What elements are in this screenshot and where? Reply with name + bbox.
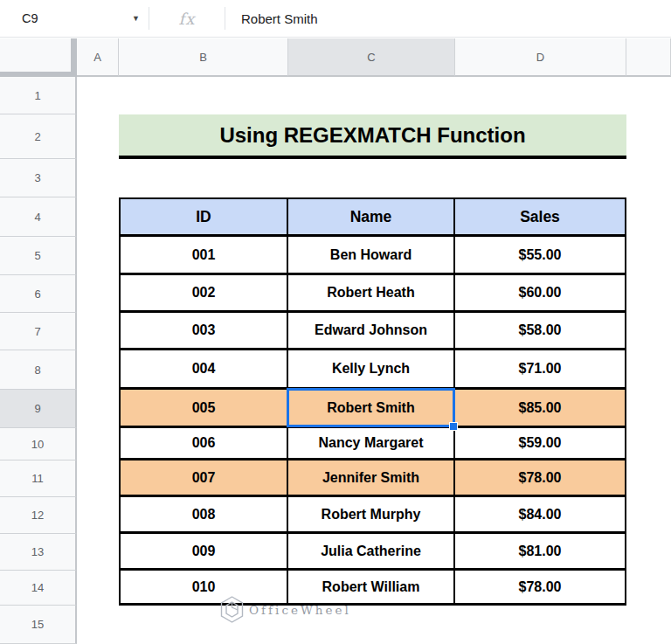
table-row[interactable]: 003	[119, 313, 288, 350]
table-row[interactable]: $85.00	[455, 390, 626, 428]
row-header-14[interactable]: 14	[0, 571, 77, 606]
name-box-dropdown-icon[interactable]: ▼	[132, 14, 140, 23]
fill-handle[interactable]	[449, 422, 458, 431]
spreadsheet-app: C9 ▼ fx Robert Smith ABCD123456789101112…	[0, 0, 671, 644]
row-header-11[interactable]: 11	[0, 460, 77, 497]
cell-reference: C9	[22, 11, 38, 25]
row-header-5[interactable]: 5	[0, 237, 77, 275]
table-row[interactable]: $78.00	[455, 460, 626, 497]
formula-input[interactable]: Robert Smith	[225, 11, 671, 26]
watermark-label: OfficeWheel	[249, 603, 351, 617]
formula-bar: C9 ▼ fx Robert Smith	[0, 0, 671, 38]
table-row[interactable]: 008	[119, 497, 288, 534]
watermark: OfficeWheel	[220, 596, 351, 623]
table-row[interactable]: 004	[119, 350, 288, 390]
table-header-name[interactable]: Name	[288, 197, 455, 237]
column-header-partial[interactable]	[626, 38, 671, 77]
row-header-15[interactable]: 15	[0, 606, 77, 644]
table-row[interactable]: $55.00	[455, 237, 626, 275]
table-row[interactable]: 009	[119, 534, 288, 571]
table-row[interactable]: Robert Murphy	[288, 497, 455, 534]
table-row[interactable]: Edward Johnson	[288, 313, 455, 350]
column-header-C[interactable]: C	[288, 38, 455, 77]
selected-cell[interactable]: Robert Smith	[288, 390, 455, 428]
table-row[interactable]: $60.00	[455, 275, 626, 313]
table-row[interactable]: $58.00	[455, 313, 626, 350]
row-header-12[interactable]: 12	[0, 497, 77, 534]
table-row[interactable]: Ben Howard	[288, 237, 455, 275]
row-header-4[interactable]: 4	[0, 197, 77, 237]
row-header-7[interactable]: 7	[0, 313, 77, 350]
name-box[interactable]: C9 ▼	[0, 0, 149, 37]
table-row[interactable]: 001	[119, 237, 288, 275]
table-row[interactable]: Kelly Lynch	[288, 350, 455, 390]
row-header-1[interactable]: 1	[0, 77, 77, 114]
title-banner[interactable]: Using REGEXMATCH Function	[119, 114, 626, 159]
table-row[interactable]: Robert Heath	[288, 275, 455, 313]
table-row[interactable]: 007	[119, 460, 288, 497]
table-row[interactable]: 006	[119, 428, 288, 460]
table-row[interactable]: $59.00	[455, 428, 626, 460]
table-row[interactable]: 005	[119, 390, 288, 428]
row-header-2[interactable]: 2	[0, 114, 77, 159]
table-row[interactable]: Julia Catherine	[288, 534, 455, 571]
row-header-9[interactable]: 9	[0, 390, 77, 428]
column-header-D[interactable]: D	[455, 38, 626, 77]
column-header-B[interactable]: B	[119, 38, 288, 77]
fx-icon: fx	[149, 10, 225, 28]
officewheel-logo-icon	[220, 596, 244, 623]
table-row[interactable]: 002	[119, 275, 288, 313]
column-header-A[interactable]: A	[77, 38, 119, 77]
selection-border	[287, 388, 455, 427]
table-row[interactable]: $78.00	[455, 571, 626, 606]
sheet-grid[interactable]: ABCD123456789101112131415Using REGEXMATC…	[0, 38, 671, 644]
table-row[interactable]: $84.00	[455, 497, 626, 534]
row-header-3[interactable]: 3	[0, 159, 77, 197]
row-header-8[interactable]: 8	[0, 350, 77, 390]
table-row[interactable]: $81.00	[455, 534, 626, 571]
table-header-sales[interactable]: Sales	[455, 197, 626, 237]
table-row[interactable]: Nancy Margaret	[288, 428, 455, 460]
table-row[interactable]: Jennifer Smith	[288, 460, 455, 497]
select-all-corner[interactable]	[0, 38, 77, 77]
row-header-13[interactable]: 13	[0, 534, 77, 571]
row-header-6[interactable]: 6	[0, 275, 77, 313]
table-header-id[interactable]: ID	[119, 197, 288, 237]
row-header-10[interactable]: 10	[0, 428, 77, 460]
table-row[interactable]: $71.00	[455, 350, 626, 390]
